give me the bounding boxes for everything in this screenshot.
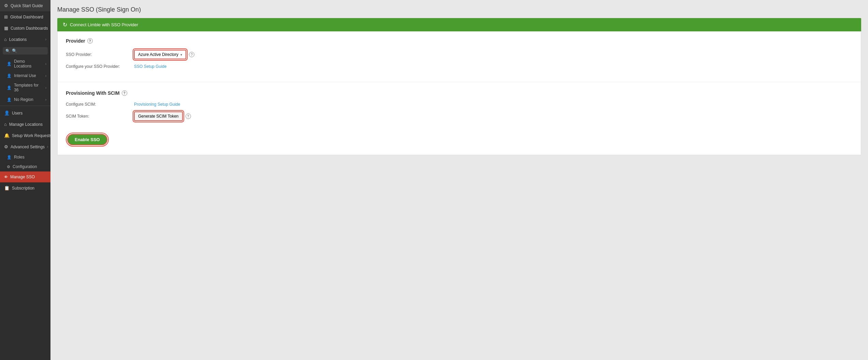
advanced-settings-icon: ⚙ xyxy=(4,144,8,149)
provider-section: Provider ? SSO Provider: Azure Active Di… xyxy=(58,31,861,80)
banner-text: Connect Limble with SSO Provider xyxy=(70,22,138,27)
configuration-icon: ⚙ xyxy=(7,165,10,169)
scim-help-icon[interactable]: ? xyxy=(122,90,127,96)
sidebar-item-users[interactable]: 👤 Users xyxy=(0,107,50,119)
search-container: 🔍 xyxy=(3,47,48,55)
demo-chevron-icon: › xyxy=(45,62,46,66)
templates-chevron-icon: › xyxy=(45,86,46,90)
refresh-icon: ↻ xyxy=(63,21,67,28)
sidebar-item-quick-start[interactable]: ⚙ Quick Start Guide xyxy=(0,0,50,11)
no-region-icon: 👤 xyxy=(7,97,12,102)
sidebar-item-internal-use[interactable]: 👤 Internal Use › xyxy=(0,71,50,80)
sidebar-item-no-region[interactable]: 👤 No Region › xyxy=(0,95,50,104)
custom-dashboards-icon: ▦ xyxy=(4,26,8,31)
sso-provider-value: Azure Active Directory ▾ ? xyxy=(134,50,194,59)
enable-sso-button[interactable]: Enable SSO xyxy=(67,134,107,145)
configure-sso-row: Configure your SSO Provider: SSO Setup G… xyxy=(66,64,853,69)
configure-scim-row: Configure SCIM: Provisioning Setup Guide xyxy=(66,102,853,107)
provider-selected-value: Azure Active Directory xyxy=(138,52,178,57)
sidebar-item-templates[interactable]: 👤 Templates for 36 › xyxy=(0,80,50,95)
generate-scim-token-button[interactable]: Generate SCIM Token xyxy=(134,111,183,121)
quick-start-icon: ⚙ xyxy=(4,3,8,8)
demo-locations-icon: 👤 xyxy=(7,62,12,66)
sidebar-item-setup-work-requests[interactable]: 🔔 Setup Work Requests xyxy=(0,130,50,141)
sso-card: Provider ? SSO Provider: Azure Active Di… xyxy=(57,31,861,155)
search-icon: 🔍 xyxy=(5,49,10,53)
scim-token-value: Generate SCIM Token ? xyxy=(134,111,191,121)
sso-provider-row: SSO Provider: Azure Active Directory ▾ ? xyxy=(66,50,853,59)
provider-help-icon[interactable]: ? xyxy=(87,38,93,44)
provider-section-title: Provider ? xyxy=(66,38,853,44)
scim-token-help-icon[interactable]: ? xyxy=(186,114,191,119)
scim-token-label: SCIM Token: xyxy=(66,114,134,119)
advanced-chevron-icon: › xyxy=(47,145,48,149)
search-input[interactable] xyxy=(12,48,45,53)
sso-setup-guide-link[interactable]: SSO Setup Guide xyxy=(134,64,166,69)
manage-locations-icon: ⌂ xyxy=(4,122,7,127)
users-icon: 👤 xyxy=(4,110,10,116)
scim-token-row: SCIM Token: Generate SCIM Token ? xyxy=(66,111,853,121)
sso-provider-dropdown[interactable]: Azure Active Directory ▾ xyxy=(134,50,186,59)
configure-sso-label: Configure your SSO Provider: xyxy=(66,64,134,69)
no-region-chevron-icon: › xyxy=(45,98,46,102)
templates-icon: 👤 xyxy=(7,86,12,90)
subscription-icon: 📋 xyxy=(4,185,10,191)
enable-sso-container: Enable SSO xyxy=(66,131,109,148)
section-divider xyxy=(58,82,861,82)
internal-chevron-icon: › xyxy=(45,74,46,78)
sidebar: ⚙ Quick Start Guide ⊞ Global Dashboard ▦… xyxy=(0,0,50,360)
scim-section: Provisioning With SCIM ? Configure SCIM:… xyxy=(58,84,861,155)
configure-sso-value: SSO Setup Guide xyxy=(134,64,166,69)
sidebar-item-global-dashboard[interactable]: ⊞ Global Dashboard xyxy=(0,11,50,22)
sso-provider-label: SSO Provider: xyxy=(66,52,134,57)
sidebar-item-manage-sso[interactable]: 👁 Manage SSO xyxy=(0,171,50,182)
provider-dropdown-arrow-icon: ▾ xyxy=(180,53,182,57)
roles-icon: 👤 xyxy=(7,155,12,160)
scim-section-title: Provisioning With SCIM ? xyxy=(66,90,853,96)
page-title: Manage SSO (Single Sign On) xyxy=(57,6,861,13)
locations-icon: ⌂ xyxy=(4,37,7,42)
sidebar-item-advanced-settings[interactable]: ⚙ Advanced Settings › xyxy=(0,141,50,152)
manage-sso-icon: 👁 xyxy=(4,175,8,179)
setup-work-icon: 🔔 xyxy=(4,133,10,138)
sidebar-item-configuration[interactable]: ⚙ Configuration xyxy=(0,162,50,171)
provisioning-setup-guide-link[interactable]: Provisioning Setup Guide xyxy=(134,102,180,107)
sidebar-item-manage-locations[interactable]: ⌂ Manage Locations xyxy=(0,119,50,130)
provider-select-help-icon[interactable]: ? xyxy=(189,52,194,57)
enable-sso-outline: Enable SSO xyxy=(66,133,109,147)
sidebar-item-subscription[interactable]: 📋 Subscription xyxy=(0,182,50,194)
sidebar-item-demo-locations[interactable]: 👤 Demo Locations › xyxy=(0,57,50,71)
sidebar-item-roles[interactable]: 👤 Roles xyxy=(0,152,50,162)
configure-scim-value: Provisioning Setup Guide xyxy=(134,102,180,107)
internal-use-icon: 👤 xyxy=(7,74,12,78)
main-content: Manage SSO (Single Sign On) ↻ Connect Li… xyxy=(50,0,868,360)
locations-chevron-icon: › xyxy=(45,38,46,41)
sidebar-item-custom-dashboards[interactable]: ▦ Custom Dashboards xyxy=(0,22,50,34)
configure-scim-label: Configure SCIM: xyxy=(66,102,134,107)
sso-banner: ↻ Connect Limble with SSO Provider xyxy=(57,18,861,31)
sidebar-item-locations[interactable]: ⌂ Locations › xyxy=(0,34,50,45)
global-dashboard-icon: ⊞ xyxy=(4,14,8,19)
